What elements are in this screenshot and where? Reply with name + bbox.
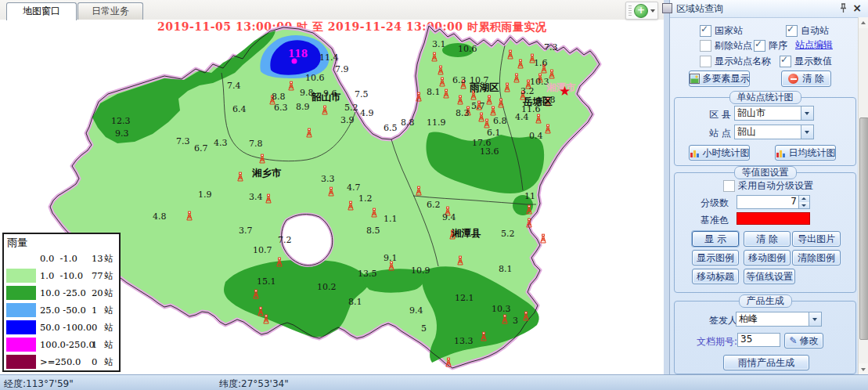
station-value: 3.1 [432, 39, 446, 49]
checkbox-show-station-name[interactable]: 显示站点名称 [700, 55, 771, 68]
hourly-chart-button[interactable]: 小时统计图 [689, 145, 750, 161]
tab-daily-business[interactable]: 日常业务 [77, 2, 143, 20]
doc-number-label: 文档期号: [697, 335, 737, 348]
checkbox-exclude-station[interactable]: 剔除站点 [700, 39, 752, 52]
grade-count-spinner[interactable]: 7 [737, 195, 810, 209]
station-value: 13.3 [454, 336, 474, 346]
station-value: 6.3 [452, 75, 466, 85]
single-station-group: 单站点统计图 区 县 韶山市 站 点 韶山 小时统计图 [674, 97, 856, 166]
spinner-up[interactable] [799, 196, 809, 202]
scroll-thumb[interactable] [859, 117, 868, 340]
isoline-button-7[interactable]: 移动标题 [692, 269, 739, 284]
station-value: 6.4 [232, 104, 247, 114]
station-value: 8.8 [272, 92, 286, 102]
station-edit-link[interactable]: 站点编辑 [795, 38, 833, 52]
scroll-down-button[interactable] [859, 363, 868, 374]
station-value: 9.4 [409, 305, 423, 316]
station-value: 6.1 [487, 128, 501, 138]
station-value: 10.9 [411, 265, 430, 276]
map-toolbar: + [625, 2, 658, 20]
pin-icon[interactable] [838, 3, 848, 13]
station-value: 11.9 [427, 117, 446, 128]
station-value: 7.2 [278, 235, 292, 245]
isoline-button-4[interactable]: 显示图例 [692, 250, 739, 265]
panel-title: 区域站查询 [676, 3, 723, 14]
checkbox-national-station[interactable]: 国家站 [700, 24, 743, 38]
daily-chart-button[interactable]: 日均统计图 [775, 145, 836, 161]
region-station-query-panel: 区域站查询 × 国家站 自动站 剔除站点 降序 站点编辑 显示站点名称 [669, 0, 868, 374]
region-label: 韶山市 [311, 91, 341, 103]
station-value: 8.1 [427, 87, 441, 97]
checkbox[interactable] [700, 56, 711, 67]
base-color-label: 基准色 [701, 214, 729, 227]
station-value: 9.1 [384, 253, 398, 263]
legend-row: 10.0 -25.020站 [4, 284, 119, 302]
checkbox[interactable] [700, 25, 711, 37]
rainfall-legend[interactable]: 雨量 0.0 -1.013站1.0 -10.077站10.0 -25.020站2… [2, 233, 121, 372]
legend-count: 1 [92, 339, 104, 350]
checkbox[interactable] [754, 40, 765, 52]
chevron-down-icon[interactable] [809, 312, 821, 326]
station-value: 10.3 [492, 304, 511, 314]
button-label: 日均统计图 [789, 146, 836, 160]
chevron-down-icon[interactable] [801, 107, 813, 120]
bar-chart-icon [776, 148, 786, 158]
panel-splitter[interactable] [664, 0, 669, 374]
station-value: 10.6 [305, 73, 325, 83]
isoline-button-3[interactable]: 导出图片 [792, 231, 841, 247]
checkbox-label: 显示数值 [794, 55, 832, 68]
modify-button[interactable]: ✎ 修改 [784, 333, 823, 348]
station-value: 8.3 [456, 108, 470, 118]
signer-select[interactable]: 柏峰 [736, 312, 822, 327]
station-value: 10.2 [317, 282, 337, 292]
checkbox[interactable] [780, 56, 791, 67]
checkbox-descending[interactable]: 降序 [754, 39, 787, 52]
scroll-up-button[interactable] [859, 17, 868, 28]
latitude-readout: 纬度:27°53'34" [219, 377, 289, 390]
station-value: 11.4 [319, 52, 339, 63]
station-value: 1.2 [358, 193, 373, 204]
checkbox-auto-station[interactable]: 自动站 [786, 24, 829, 38]
pencil-icon: ✎ [789, 335, 797, 346]
group-caption: 单站点统计图 [729, 91, 801, 104]
station-value: 3.9 [340, 115, 355, 125]
isoline-button-2[interactable]: 清 除 [744, 231, 791, 247]
legend-swatch [6, 320, 36, 334]
clear-stations-button[interactable]: 清 除 [781, 70, 831, 87]
tab-map-window[interactable]: 地图窗口 [6, 2, 77, 20]
station-value: 9.4 [442, 212, 456, 222]
checkbox[interactable] [786, 25, 798, 37]
isoline-button-1[interactable]: 显 示 [692, 231, 739, 247]
add-plus-button[interactable]: + [634, 4, 648, 18]
doc-number-input[interactable]: 35 [737, 333, 780, 347]
base-color-swatch[interactable] [737, 212, 810, 225]
district-select[interactable]: 韶山市 [734, 106, 814, 121]
dock-window-icon[interactable] [662, 3, 672, 13]
chevron-down-icon[interactable] [650, 9, 655, 13]
chevron-down-icon[interactable] [801, 125, 813, 139]
legend-row: 1.0 -10.077站 [4, 267, 119, 284]
station-select[interactable]: 韶山 [734, 125, 814, 139]
station-value: 3 [513, 316, 518, 326]
legend-unit: 站 [104, 270, 113, 282]
legend-swatch [6, 338, 36, 352]
checkbox-auto-grading[interactable]: 采用自动分级设置 [723, 179, 813, 193]
panel-scrollbar[interactable] [858, 17, 868, 374]
map-area: 2019-11-05 13:00:00 时 至 2019-11-24 13:00… [0, 20, 664, 374]
isoline-button-8[interactable]: 等值线设置 [744, 269, 795, 284]
generate-rain-product-button[interactable]: 雨情产品生成 [723, 355, 809, 370]
toolbar-grip-handle[interactable] [628, 5, 632, 16]
station-marker-icon [541, 234, 546, 243]
station-value: 5.2 [501, 229, 515, 239]
product-generation-group: 产品生成 签发人 柏峰 文档期号: 35 ✎ 修改 雨情产品生成 [674, 301, 856, 374]
isoline-button-5[interactable]: 移动图例 [744, 250, 791, 265]
checkbox-show-value[interactable]: 显示数值 [780, 55, 832, 68]
checkbox[interactable] [700, 40, 711, 52]
close-icon[interactable]: × [852, 2, 863, 14]
station-value: 4.3 [214, 138, 228, 148]
multi-element-button[interactable]: 多要素显示 [689, 70, 750, 87]
legend-row: 50.0 -100.00站 [4, 319, 119, 336]
isoline-button-6[interactable]: 清除图例 [792, 250, 841, 265]
checkbox[interactable] [723, 180, 735, 192]
spinner-down[interactable] [799, 202, 809, 208]
